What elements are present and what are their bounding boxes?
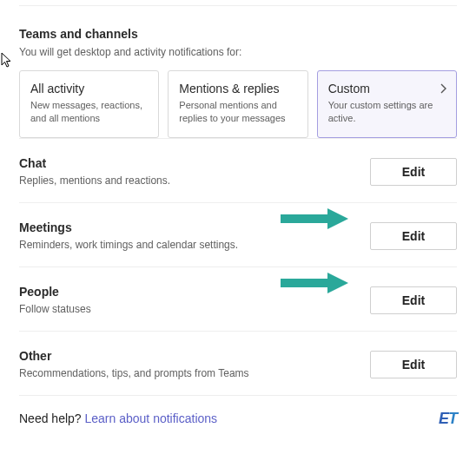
learn-about-notifications-link[interactable]: Learn about notifications [85, 411, 218, 425]
people-desc: Follow statuses [19, 303, 370, 315]
card-all-activity[interactable]: All activity New messages, reactions, an… [19, 70, 159, 138]
top-divider [19, 5, 457, 6]
teams-channels-cards: All activity New messages, reactions, an… [19, 70, 457, 138]
meetings-desc: Reminders, work timings and calendar set… [19, 239, 370, 251]
chat-desc: Replies, mentions and reactions. [19, 174, 370, 187]
meetings-edit-button[interactable]: Edit [370, 222, 457, 250]
section-teams-channels: Teams and channels You will get desktop … [19, 27, 457, 138]
card-custom[interactable]: Custom Your custom settings are active. [317, 70, 457, 138]
help-row: Need help? Learn about notifications ET [19, 395, 457, 428]
other-desc: Recommendations, tips, and prompts from … [19, 367, 370, 379]
teams-channels-desc: You will get desktop and activity notifi… [19, 46, 457, 58]
other-title: Other [19, 349, 370, 363]
card-sub: New messages, reactions, and all mention… [30, 99, 148, 125]
cursor-icon [1, 52, 15, 69]
row-chat: Chat Replies, mentions and reactions. Ed… [19, 138, 457, 202]
card-sub: Personal mentions and replies to your me… [179, 99, 296, 125]
row-meetings: Meetings Reminders, work timings and cal… [19, 202, 457, 266]
logo-et: ET [439, 410, 457, 428]
row-people: People Follow statuses Edit [19, 266, 457, 331]
chat-edit-button[interactable]: Edit [370, 158, 457, 186]
chat-title: Chat [19, 156, 370, 170]
people-title: People [19, 285, 370, 299]
card-mentions-replies[interactable]: Mentions & replies Personal mentions and… [168, 70, 307, 138]
card-title: All activity [30, 82, 148, 95]
meetings-title: Meetings [19, 220, 370, 234]
help-prefix: Need help? [19, 411, 85, 425]
other-edit-button[interactable]: Edit [370, 351, 457, 378]
row-other: Other Recommendations, tips, and prompts… [19, 331, 457, 395]
card-sub: Your custom settings are active. [328, 99, 446, 125]
teams-channels-title: Teams and channels [19, 27, 457, 41]
card-title: Custom [328, 82, 446, 95]
people-edit-button[interactable]: Edit [370, 286, 457, 314]
card-title: Mentions & replies [179, 82, 296, 95]
chevron-right-icon [439, 82, 447, 96]
